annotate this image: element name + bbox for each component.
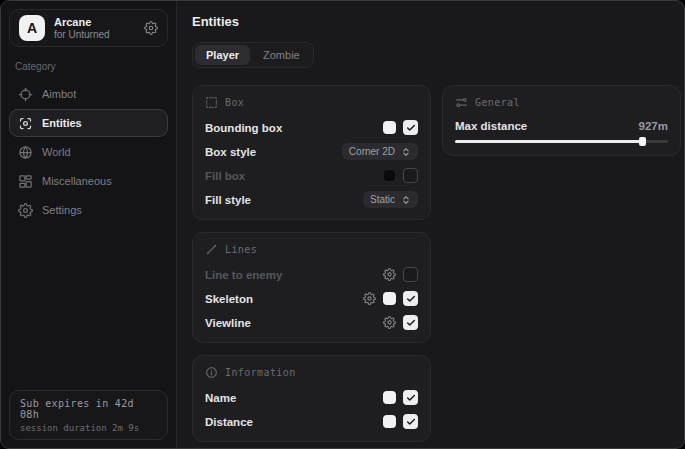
- checkbox-checked[interactable]: [403, 291, 418, 306]
- sidebar-item-world[interactable]: World: [9, 138, 168, 166]
- crosshair-icon: [18, 87, 33, 102]
- setting-label: Fill style: [205, 194, 251, 206]
- lines-card-header: Lines: [205, 243, 418, 256]
- checkbox-checked[interactable]: [403, 390, 418, 405]
- setting-label: Distance: [205, 416, 253, 428]
- checkbox-checked[interactable]: [403, 414, 418, 429]
- sidebar-spacer: [9, 224, 168, 390]
- app-logo: A: [19, 15, 45, 41]
- row-settings-gear-icon[interactable]: [383, 316, 396, 329]
- setting-row-line-to-enemy: Line to enemy: [205, 267, 418, 282]
- information-card-header: Information: [205, 366, 418, 379]
- sidebar-item-label: Settings: [42, 204, 82, 216]
- max-distance-slider[interactable]: [455, 140, 668, 143]
- setting-label: Skeleton: [205, 293, 253, 305]
- checkbox-checked[interactable]: [403, 315, 418, 330]
- brand-text: Arcane for Unturned: [54, 16, 135, 40]
- box-select-icon: [205, 96, 218, 109]
- box-style-dropdown[interactable]: Corner 2D: [342, 143, 418, 160]
- page-title: Entities: [192, 14, 672, 29]
- max-distance-value: 927m: [639, 120, 668, 132]
- dropdown-value: Corner 2D: [349, 146, 395, 157]
- sidebar-item-label: Entities: [42, 117, 82, 129]
- color-swatch[interactable]: [383, 391, 396, 404]
- check-icon: [406, 294, 416, 304]
- entity-tabs: Player Zombie: [192, 42, 314, 68]
- sidebar: A Arcane for Unturned Category Aimbot: [1, 1, 177, 448]
- max-distance-row: Max distance 927m: [455, 120, 668, 132]
- globe-icon: [18, 145, 33, 160]
- box-card: Box Bounding box Box style: [192, 85, 431, 220]
- setting-row-box-style: Box style Corner 2D: [205, 144, 418, 159]
- gear-icon: [18, 203, 33, 218]
- app-window: A Arcane for Unturned Category Aimbot: [0, 0, 685, 449]
- slider-fill: [455, 140, 642, 143]
- chevrons-up-down-icon: [401, 195, 411, 205]
- check-icon: [406, 123, 416, 133]
- app-name: Arcane: [54, 16, 135, 29]
- color-swatch[interactable]: [383, 292, 396, 305]
- row-settings-gear-icon[interactable]: [363, 292, 376, 305]
- check-icon: [406, 417, 416, 427]
- general-card-title: General: [475, 97, 520, 108]
- brand-card: A Arcane for Unturned: [9, 9, 168, 47]
- information-card-title: Information: [225, 367, 296, 378]
- sidebar-nav: Aimbot Entities World Miscellaneous: [9, 80, 168, 224]
- diagonal-line-icon: [205, 243, 218, 256]
- session-duration-text: session duration 2m 9s: [20, 423, 157, 433]
- setting-row-distance: Distance: [205, 414, 418, 429]
- grid-icon: [18, 174, 33, 189]
- sidebar-item-label: Aimbot: [42, 88, 76, 100]
- setting-row-name: Name: [205, 390, 418, 405]
- setting-row-bounding-box: Bounding box: [205, 120, 418, 135]
- dropdown-value: Static: [370, 194, 395, 205]
- checkbox-unchecked[interactable]: [403, 168, 418, 183]
- check-icon: [406, 318, 416, 328]
- box-card-header: Box: [205, 96, 418, 109]
- information-card: Information Name Distance: [192, 355, 431, 442]
- category-label: Category: [15, 61, 168, 72]
- setting-label: Box style: [205, 146, 256, 158]
- row-settings-gear-icon[interactable]: [383, 268, 396, 281]
- setting-label: Line to enemy: [205, 269, 282, 281]
- settings-gear-icon[interactable]: [144, 21, 158, 35]
- tab-player[interactable]: Player: [195, 45, 250, 65]
- sidebar-item-entities[interactable]: Entities: [9, 109, 168, 137]
- color-swatch[interactable]: [383, 415, 396, 428]
- checkbox-unchecked[interactable]: [403, 267, 418, 282]
- sidebar-item-miscellaneous[interactable]: Miscellaneous: [9, 167, 168, 195]
- tab-zombie[interactable]: Zombie: [252, 45, 311, 65]
- color-swatch[interactable]: [383, 169, 396, 182]
- sidebar-item-settings[interactable]: Settings: [9, 196, 168, 224]
- chevrons-up-down-icon: [401, 147, 411, 157]
- max-distance-label: Max distance: [455, 120, 527, 132]
- color-swatch[interactable]: [383, 121, 396, 134]
- setting-row-fill-box: Fill box: [205, 168, 418, 183]
- setting-row-skeleton: Skeleton: [205, 291, 418, 306]
- fill-style-dropdown[interactable]: Static: [363, 191, 418, 208]
- box-card-title: Box: [225, 97, 244, 108]
- app-subtitle: for Unturned: [54, 29, 135, 41]
- check-icon: [406, 393, 416, 403]
- main-content: Entities Player Zombie Box Bounding box: [177, 1, 684, 448]
- slider-thumb[interactable]: [639, 137, 646, 146]
- general-card: General Max distance 927m: [442, 85, 681, 156]
- scan-icon: [18, 116, 33, 131]
- sidebar-item-label: Miscellaneous: [42, 175, 112, 187]
- right-column: General Max distance 927m: [442, 85, 681, 156]
- checkbox-checked[interactable]: [403, 120, 418, 135]
- setting-label: Name: [205, 392, 236, 404]
- setting-label: Viewline: [205, 317, 251, 329]
- info-icon: [205, 366, 218, 379]
- left-column: Box Bounding box Box style: [192, 85, 431, 442]
- setting-label: Bounding box: [205, 122, 282, 134]
- setting-label: Fill box: [205, 170, 245, 182]
- general-card-header: General: [455, 96, 668, 109]
- lines-card-title: Lines: [225, 244, 257, 255]
- sidebar-item-aimbot[interactable]: Aimbot: [9, 80, 168, 108]
- setting-row-viewline: Viewline: [205, 315, 418, 330]
- subscription-info-box: Sub expires in 42d 08h session duration …: [9, 390, 168, 440]
- sliders-icon: [455, 96, 468, 109]
- card-columns: Box Bounding box Box style: [192, 85, 672, 442]
- sidebar-item-label: World: [42, 146, 71, 158]
